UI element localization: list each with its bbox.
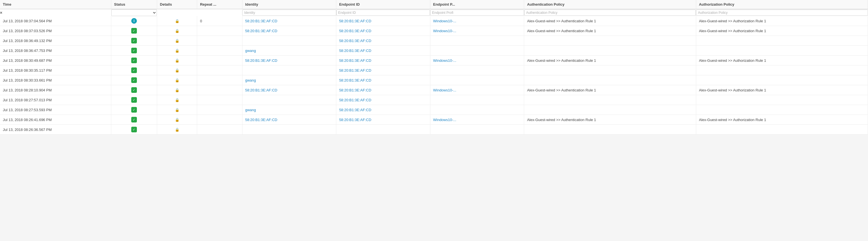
identity-link[interactable]: gwang [245, 78, 256, 82]
cell-repeat [197, 56, 242, 65]
col-header-repeat: Repeat ... [197, 0, 242, 9]
details-icon[interactable]: 🔒 [175, 128, 179, 132]
cell-details: 🔒 [157, 95, 197, 105]
header-row: Time Status Details Repeat ... Identity … [0, 0, 868, 9]
endpoint-p-filter-input[interactable] [430, 9, 524, 16]
table-row: Jul 13, 2018 08:37:04.564 PMi🔒058:20:B1:… [0, 16, 868, 26]
status-check-icon: ✓ [131, 117, 137, 123]
details-icon[interactable]: 🔒 [175, 19, 179, 23]
col-label-endpoint-id: Endpoint ID [339, 2, 360, 6]
endpoint-id-link[interactable]: 58:20:B1:3E:AF:CD [339, 39, 371, 43]
endpoint-id-link[interactable]: 58:20:B1:3E:AF:CD [339, 118, 371, 122]
table-row: Jul 13, 2018 08:26:36.567 PM✓🔒 [0, 125, 868, 135]
cell-endpoint-id: 58:20:B1:3E:AF:CD [336, 75, 430, 85]
cell-time: Jul 13, 2018 08:37:03.526 PM [0, 26, 111, 36]
details-icon[interactable]: 🔒 [175, 88, 179, 92]
cell-authz-policy: Alex-Guest-wired >> Authorization Rule 1 [696, 16, 868, 26]
endpoint-id-filter-input[interactable] [336, 9, 430, 16]
details-icon[interactable]: 🔒 [175, 49, 179, 53]
cell-time: Jul 13, 2018 08:27:53.593 PM [0, 105, 111, 115]
cell-auth-policy: Alex-Guest-wired >> Authentication Rule … [524, 56, 696, 65]
cell-endpoint-p [430, 75, 524, 85]
status-check-icon: ✓ [131, 58, 137, 63]
cell-auth-policy: Alex-Guest-wired >> Authentication Rule … [524, 26, 696, 36]
cell-identity [242, 95, 336, 105]
endpoint-id-link[interactable]: 58:20:B1:3E:AF:CD [339, 88, 371, 92]
identity-filter-input[interactable] [242, 9, 336, 16]
table-row: Jul 13, 2018 08:26:41.696 PM✓🔒58:20:B1:3… [0, 115, 868, 125]
endpoint-id-link[interactable]: 58:20:B1:3E:AF:CD [339, 98, 371, 102]
cell-endpoint-id: 58:20:B1:3E:AF:CD [336, 46, 430, 56]
cell-identity: 58:20:B1:3E:AF:CD [242, 56, 336, 65]
details-icon[interactable]: 🔒 [175, 108, 179, 112]
cell-repeat [197, 85, 242, 95]
cell-authz-policy: Alex-Guest-wired >> Authorization Rule 1 [696, 115, 868, 125]
endpoint-id-link[interactable]: 58:20:B1:3E:AF:CD [339, 29, 371, 33]
cell-endpoint-id: 58:20:B1:3E:AF:CD [336, 115, 430, 125]
filter-endpoint-p-cell [430, 9, 524, 16]
cell-repeat [197, 105, 242, 115]
endpoint-p-link[interactable]: Windows10-... [433, 29, 456, 33]
cell-repeat [197, 65, 242, 75]
endpoint-id-link[interactable]: 58:20:B1:3E:AF:CD [339, 68, 371, 73]
data-table: Time Status Details Repeat ... Identity … [0, 0, 868, 135]
endpoint-id-link[interactable]: 58:20:B1:3E:AF:CD [339, 19, 371, 23]
identity-link[interactable]: 58:20:B1:3E:AF:CD [245, 118, 277, 122]
details-icon[interactable]: 🔒 [175, 29, 179, 33]
cell-authz-policy [696, 65, 868, 75]
filter-auth-policy-cell [524, 9, 696, 16]
cell-auth-policy [524, 65, 696, 75]
filter-row: × [0, 9, 868, 16]
authz-policy-filter-input[interactable] [696, 9, 868, 16]
identity-link[interactable]: 58:20:B1:3E:AF:CD [245, 88, 277, 92]
endpoint-p-link[interactable]: Windows10-... [433, 58, 456, 63]
table-row: Jul 13, 2018 08:30:33.661 PM✓🔒gwang58:20… [0, 75, 868, 85]
identity-link[interactable]: 58:20:B1:3E:AF:CD [245, 19, 277, 23]
status-filter-select[interactable] [111, 9, 157, 16]
cell-authz-policy [696, 95, 868, 105]
cell-details: 🔒 [157, 125, 197, 135]
cell-status: ✓ [111, 105, 157, 115]
table-body: Jul 13, 2018 08:37:04.564 PMi🔒058:20:B1:… [0, 16, 868, 135]
filter-authz-policy-cell [696, 9, 868, 16]
cell-identity: gwang [242, 105, 336, 115]
cell-auth-policy: Alex-Guest-wired >> Authentication Rule … [524, 115, 696, 125]
cell-endpoint-id [336, 125, 430, 135]
endpoint-p-link[interactable]: Windows10-... [433, 118, 456, 122]
filter-status-cell [111, 9, 157, 16]
cell-details: 🔒 [157, 46, 197, 56]
details-icon[interactable]: 🔒 [175, 68, 179, 73]
cell-time: Jul 13, 2018 08:36:47.753 PM [0, 46, 111, 56]
cell-details: 🔒 [157, 115, 197, 125]
details-icon[interactable]: 🔒 [175, 118, 179, 122]
cell-status: ✓ [111, 65, 157, 75]
identity-link[interactable]: 58:20:B1:3E:AF:CD [245, 29, 277, 33]
cell-details: 🔒 [157, 56, 197, 65]
cell-authz-policy: Alex-Guest-wired >> Authorization Rule 1 [696, 85, 868, 95]
close-filter-button[interactable]: × [0, 10, 2, 15]
details-icon[interactable]: 🔒 [175, 78, 179, 82]
endpoint-id-link[interactable]: 58:20:B1:3E:AF:CD [339, 78, 371, 82]
details-icon[interactable]: 🔒 [175, 98, 179, 102]
cell-endpoint-p [430, 46, 524, 56]
cell-endpoint-p: Windows10-... [430, 56, 524, 65]
cell-endpoint-id: 58:20:B1:3E:AF:CD [336, 16, 430, 26]
col-label-endpoint-p: Endpoint P... [433, 2, 455, 6]
auth-policy-filter-input[interactable] [524, 9, 696, 16]
details-icon[interactable]: 🔒 [175, 58, 179, 63]
identity-link[interactable]: gwang [245, 108, 256, 112]
details-icon[interactable]: 🔒 [175, 39, 179, 43]
cell-identity [242, 36, 336, 46]
endpoint-p-link[interactable]: Windows10-... [433, 19, 456, 23]
status-check-icon: ✓ [131, 77, 137, 83]
identity-link[interactable]: 58:20:B1:3E:AF:CD [245, 58, 277, 63]
endpoint-id-link[interactable]: 58:20:B1:3E:AF:CD [339, 58, 371, 63]
cell-status: ✓ [111, 26, 157, 36]
cell-auth-policy [524, 75, 696, 85]
cell-authz-policy [696, 46, 868, 56]
col-label-auth-policy: Authentication Policy [527, 2, 564, 6]
identity-link[interactable]: gwang [245, 49, 256, 53]
endpoint-id-link[interactable]: 58:20:B1:3E:AF:CD [339, 49, 371, 53]
endpoint-p-link[interactable]: Windows10-... [433, 88, 456, 92]
endpoint-id-link[interactable]: 58:20:B1:3E:AF:CD [339, 108, 371, 112]
